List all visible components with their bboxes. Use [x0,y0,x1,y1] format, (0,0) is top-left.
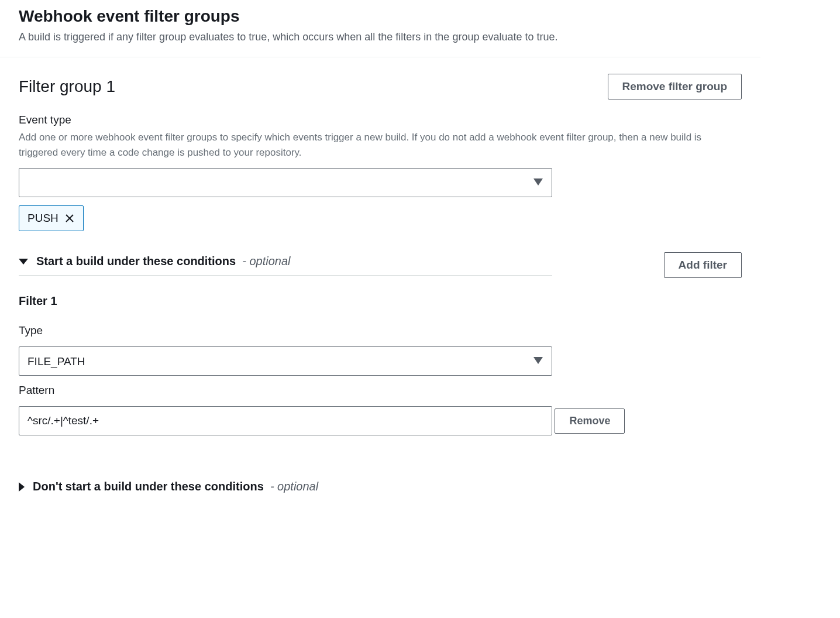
filter-1-title: Filter 1 [19,294,742,308]
start-conditions-title: Start a build under these conditions - o… [36,255,291,268]
remove-filter-group-button[interactable]: Remove filter group [608,74,742,99]
event-type-tags: PUSH [19,205,742,231]
filter-group-title: Filter group 1 [19,77,115,96]
start-conditions-toggle[interactable]: Start a build under these conditions - o… [19,255,552,276]
filter-group-header: Filter group 1 Remove filter group [19,74,742,99]
filter-type-select[interactable]: FILE_PATH [19,346,552,376]
event-type-label: Event type [19,114,742,126]
divider [0,57,760,57]
remove-filter-button[interactable]: Remove [555,408,625,434]
chevron-down-icon [19,259,28,265]
page-description: A build is triggered if any filter group… [19,29,742,45]
tag-label: PUSH [27,212,58,225]
close-icon[interactable] [64,213,75,224]
event-type-select[interactable] [19,168,552,197]
filter-type-label: Type [19,324,742,337]
dont-start-conditions-title: Don't start a build under these conditio… [33,480,318,493]
filter-1-block: Filter 1 Type FILE_PATH Pattern Remove [19,294,742,445]
event-type-description: Add one or more webhook event filter gro… [19,130,742,160]
event-type-tag-push[interactable]: PUSH [19,205,84,231]
add-filter-button[interactable]: Add filter [664,252,742,278]
optional-label: - optional [267,480,318,493]
filter-pattern-input[interactable] [19,406,552,435]
filter-pattern-label: Pattern [19,384,742,397]
page-title: Webhook event filter groups [19,7,742,26]
dont-start-conditions-toggle[interactable]: Don't start a build under these conditio… [19,480,742,493]
chevron-right-icon [19,482,25,492]
optional-label: - optional [239,255,291,267]
